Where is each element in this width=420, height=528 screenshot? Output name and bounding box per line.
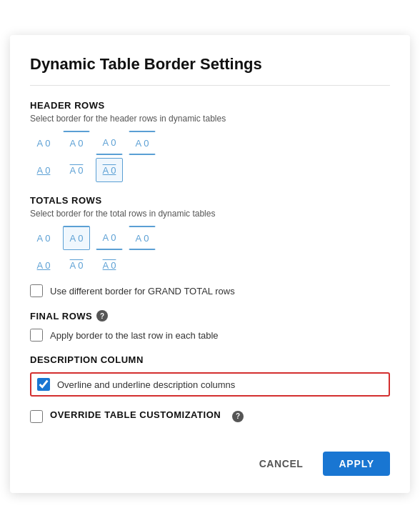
final-rows-label: Apply border to the last row in each tab…	[50, 330, 219, 341]
description-column-checkbox-row: Overline and underline description colum…	[30, 372, 390, 397]
header-border-bottom[interactable]: A 0	[96, 131, 123, 155]
final-rows-section: FINAL ROWS ? Apply border to the last ro…	[30, 310, 390, 342]
header-border-none[interactable]: A 0	[30, 131, 57, 155]
totals-border-overline[interactable]: A 0	[63, 253, 90, 277]
override-checkbox[interactable]	[30, 410, 43, 423]
override-help-icon[interactable]: ?	[232, 411, 244, 422]
header-border-both-text[interactable]: A 0	[96, 158, 123, 182]
header-border-top[interactable]: A 0	[63, 131, 90, 155]
override-section: OVERRIDE TABLE CUSTOMIZATION ?	[30, 409, 390, 423]
totals-border-none[interactable]: A 0	[30, 226, 57, 250]
footer: CANCEL APPLY	[30, 440, 390, 476]
totals-rows-options-row2: A 0 A 0 A 0	[30, 253, 390, 277]
header-border-overline[interactable]: A 0	[63, 158, 90, 182]
header-rows-options-row2: A 0 A 0 A 0	[30, 158, 390, 182]
header-border-underline[interactable]: A 0	[30, 158, 57, 182]
description-column-section: DESCRIPTION COLUMN Overline and underlin…	[30, 354, 390, 397]
description-column-checkbox[interactable]	[37, 378, 50, 391]
final-rows-title: FINAL ROWS ?	[30, 310, 390, 322]
final-rows-checkbox-row: Apply border to the last row in each tab…	[30, 329, 390, 342]
totals-border-underline[interactable]: A 0	[30, 253, 57, 277]
header-rows-title: HEADER ROWS	[30, 100, 390, 111]
totals-rows-desc: Select border for the total rows in dyna…	[30, 209, 390, 219]
header-border-both[interactable]: A 0	[129, 131, 156, 155]
final-rows-checkbox[interactable]	[30, 329, 43, 342]
grand-total-label: Use different border for GRAND TOTAL row…	[50, 286, 235, 297]
header-rows-section: HEADER ROWS Select border for the header…	[30, 100, 390, 182]
description-column-title: DESCRIPTION COLUMN	[30, 354, 390, 365]
header-rows-desc: Select border for the header rows in dyn…	[30, 114, 390, 124]
dialog-title: Dynamic Table Border Settings	[30, 55, 390, 86]
totals-border-top[interactable]: A 0	[63, 226, 90, 250]
totals-border-both-text[interactable]: A 0	[96, 253, 123, 277]
dialog: Dynamic Table Border Settings HEADER ROW…	[10, 35, 410, 493]
totals-border-bottom[interactable]: A 0	[96, 226, 123, 250]
totals-border-both[interactable]: A 0	[129, 226, 156, 250]
grand-total-row: Use different border for GRAND TOTAL row…	[30, 284, 390, 297]
grand-total-checkbox[interactable]	[30, 284, 43, 297]
override-row: OVERRIDE TABLE CUSTOMIZATION ?	[30, 409, 390, 423]
final-rows-help-icon[interactable]: ?	[96, 310, 108, 322]
apply-button[interactable]: APPLY	[323, 452, 390, 476]
totals-rows-title: TOTALS ROWS	[30, 195, 390, 206]
header-rows-options-row1: A 0 A 0 A 0 A 0	[30, 131, 390, 155]
totals-rows-section: TOTALS ROWS Select border for the total …	[30, 195, 390, 297]
totals-rows-options-row1: A 0 A 0 A 0 A 0	[30, 226, 390, 250]
cancel-button[interactable]: CANCEL	[248, 452, 315, 476]
override-label: OVERRIDE TABLE CUSTOMIZATION	[50, 409, 221, 420]
description-column-label: Overline and underline description colum…	[57, 379, 235, 390]
